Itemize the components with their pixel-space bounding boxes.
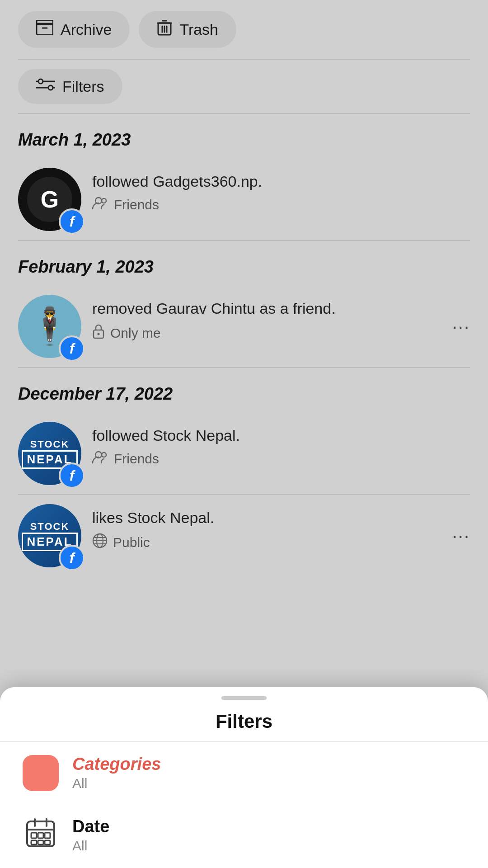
activity-action-stock2: likes Stock Nepal.: [92, 508, 470, 528]
svg-point-20: [102, 453, 106, 457]
activity-visibility-stock2: Public: [113, 535, 150, 550]
categories-icon-wrap: [23, 755, 59, 791]
friends-icon-stock1: [92, 451, 108, 467]
svg-rect-34: [38, 840, 43, 844]
categories-name: Categories: [72, 755, 161, 774]
trash-label: Trash: [179, 21, 218, 38]
svg-point-16: [102, 198, 106, 203]
avatar-gaurav-wrap: 🕴️ f: [18, 295, 81, 358]
filters-icon: [36, 77, 55, 96]
archive-label: Archive: [61, 21, 112, 38]
calendar-icon: [25, 817, 56, 854]
filters-button[interactable]: Filters: [18, 69, 122, 104]
facebook-badge-gaurav: f: [59, 335, 85, 362]
filter-date-row[interactable]: Date All: [0, 804, 488, 866]
svg-rect-33: [31, 840, 37, 844]
archive-button[interactable]: Archive: [18, 11, 130, 48]
activity-content-stock2: likes Stock Nepal. Public: [92, 504, 470, 552]
activity-action-gaurav: removed Gaurav Chintu as a friend.: [92, 298, 470, 318]
activity-visibility-stock1: Friends: [114, 451, 159, 467]
date-name: Date: [72, 817, 109, 836]
date-label-group: Date All: [72, 817, 109, 854]
toolbar: Archive Trash: [0, 0, 488, 59]
bottom-sheet-handle: [221, 696, 267, 700]
activity-item-stock1: STOCK NEPAL f followed Stock Nepal. Frie…: [0, 413, 488, 494]
filters-row: Filters: [0, 60, 488, 113]
facebook-badge-stock2: f: [59, 545, 85, 571]
facebook-badge-stock1: f: [59, 462, 85, 489]
activity-meta-gadgets: Friends: [92, 197, 470, 212]
activity-item-gaurav: 🕴️ f removed Gaurav Chintu as a friend. …: [0, 286, 488, 367]
activity-item-gadgets: G f followed Gadgets360.np. Friends: [0, 159, 488, 240]
avatar-gadgets-wrap: G f: [18, 168, 81, 231]
bottom-sheet-title: Filters: [0, 700, 488, 741]
svg-point-18: [98, 333, 100, 335]
date-icon-wrap: [23, 817, 59, 854]
activity-action-stock1: followed Stock Nepal.: [92, 425, 470, 445]
categories-sub: All: [72, 776, 161, 791]
filter-categories-row[interactable]: Categories All: [0, 742, 488, 804]
activity-item-stock2: STOCK NEPAL f likes Stock Nepal. Public …: [0, 495, 488, 576]
activity-content-gaurav: removed Gaurav Chintu as a friend. Only …: [92, 295, 470, 342]
trash-icon: [157, 19, 172, 40]
section-date-march: March 1, 2023: [0, 114, 488, 159]
activity-meta-stock1: Friends: [92, 451, 470, 467]
activity-content-gadgets: followed Gadgets360.np. Friends: [92, 168, 470, 212]
svg-rect-0: [37, 24, 53, 35]
archive-icon: [36, 20, 53, 39]
categories-label-group: Categories All: [72, 755, 161, 791]
activity-meta-stock2: Public: [92, 533, 470, 552]
facebook-badge-gadgets: f: [59, 208, 85, 235]
categories-icon: [32, 766, 49, 779]
friends-icon-gadgets: [92, 197, 108, 212]
activity-meta-gaurav: Only me: [92, 324, 470, 342]
section-date-feb: February 1, 2023: [0, 241, 488, 286]
svg-rect-32: [45, 833, 50, 838]
svg-rect-31: [38, 833, 43, 838]
filters-label: Filters: [62, 78, 104, 95]
lock-icon-gaurav: [92, 324, 105, 342]
activity-visibility-gadgets: Friends: [114, 197, 159, 212]
trash-button[interactable]: Trash: [139, 11, 236, 48]
svg-rect-35: [45, 840, 50, 844]
more-button-stock2[interactable]: ···: [452, 526, 470, 546]
activity-action-gadgets: followed Gadgets360.np.: [92, 171, 470, 191]
more-button-gaurav[interactable]: ···: [452, 316, 470, 337]
svg-rect-30: [31, 833, 37, 838]
activity-content-stock1: followed Stock Nepal. Friends: [92, 422, 470, 467]
svg-rect-1: [37, 20, 53, 24]
avatar-stock1-wrap: STOCK NEPAL f: [18, 422, 81, 485]
date-sub: All: [72, 838, 109, 854]
section-date-dec: December 17, 2022: [0, 368, 488, 413]
avatar-stock2-wrap: STOCK NEPAL f: [18, 504, 81, 567]
bottom-sheet: Filters Categories All: [0, 687, 488, 868]
globe-icon-stock2: [92, 533, 108, 552]
activity-visibility-gaurav: Only me: [110, 326, 161, 341]
